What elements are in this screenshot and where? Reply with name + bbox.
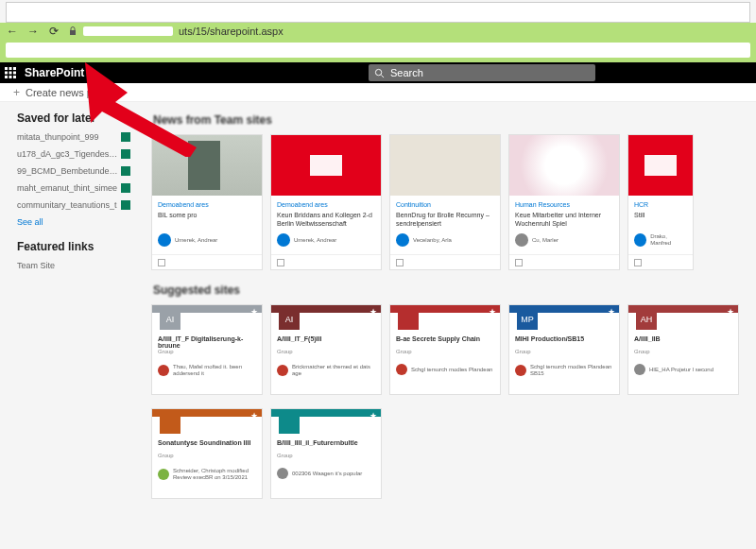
site-title: Sonatuntyse Soundination IIII <box>158 439 256 453</box>
activity-avatar <box>158 365 169 376</box>
svg-rect-8 <box>9 76 12 78</box>
news-thumbnail <box>390 135 500 196</box>
browser-tab-strip <box>6 2 750 23</box>
follow-star-icon[interactable]: ★ <box>369 411 377 420</box>
file-icon <box>121 183 130 193</box>
avatar <box>158 233 171 247</box>
saved-item-label: mitata_thunpoint_999 <box>17 132 99 142</box>
svg-rect-1 <box>5 67 8 70</box>
see-all-link[interactable]: See all <box>17 217 130 227</box>
svg-rect-2 <box>9 67 12 70</box>
saved-item[interactable]: communitary_teanutions_t <box>17 200 130 210</box>
search-placeholder: Search <box>390 67 423 78</box>
search-icon <box>374 68 385 78</box>
svg-rect-7 <box>5 76 8 78</box>
plus-icon: + <box>13 86 20 99</box>
saved-item-label: maht_emanut_thint_simee <box>17 183 117 193</box>
waffle-icon <box>5 67 16 78</box>
bookmark-icon[interactable] <box>158 259 165 266</box>
site-card[interactable]: ★Sonatuntyse Soundination IIIIGroupSchne… <box>151 408 263 499</box>
bookmark-icon[interactable] <box>277 259 284 266</box>
bookmark-icon[interactable] <box>396 259 404 266</box>
url-blurred-segment <box>83 26 173 36</box>
saved-for-later-heading: Saved for later <box>17 112 130 125</box>
site-title: B/IIII_IIII_il_Futurernbultle <box>277 439 375 453</box>
app-launcher-button[interactable] <box>0 67 21 78</box>
news-title: Keue Mitarbeiter und Interner Wochenruhl… <box>515 211 613 228</box>
site-subtitle: Group <box>396 349 494 354</box>
site-card[interactable]: ★AHA/IIII_IIBGroupHIE_HA Projetur l seco… <box>627 304 739 395</box>
follow-star-icon[interactable]: ★ <box>369 307 377 317</box>
news-card[interactable]: Demoabend aresBIL some proUmerek, Andrea… <box>151 134 263 270</box>
news-thumbnail <box>628 135 693 196</box>
address-bar[interactable]: uts/15/sharepoint.aspx <box>68 26 284 37</box>
site-card[interactable]: ★B/IIII_IIII_il_FuturernbultleGroup00230… <box>270 408 382 499</box>
create-news-button[interactable]: Create news post <box>26 87 107 98</box>
follow-star-icon[interactable]: ★ <box>250 307 258 317</box>
svg-rect-6 <box>13 72 16 75</box>
news-title: Keun Briddans and Kollegen 2-d Berlin We… <box>277 211 375 228</box>
news-site-name: Demoabend ares <box>277 201 375 208</box>
news-title: BIL some pro <box>158 211 256 228</box>
site-card[interactable]: ★MPMIHI Production/SB15GroupSchgl tersur… <box>508 304 620 395</box>
file-icon <box>121 200 130 210</box>
file-icon <box>121 132 130 142</box>
site-tile-icon <box>398 309 419 330</box>
svg-rect-3 <box>13 67 16 70</box>
saved-item-label: communitary_teanutions_t <box>17 200 117 210</box>
svg-line-11 <box>381 75 384 77</box>
news-author: Umerek, Andrear <box>294 237 336 244</box>
follow-star-icon[interactable]: ★ <box>250 411 258 420</box>
news-card[interactable]: Demoabend aresKeun Briddans and Kollegen… <box>270 134 382 270</box>
news-author: Drako, Manfred <box>650 233 687 247</box>
site-title: B-ae Secrete Supply Chain <box>396 335 494 349</box>
news-card[interactable]: ContinuitionBennDrug for Brolle Recumny … <box>389 134 501 270</box>
news-site-name: Continuition <box>396 201 494 208</box>
saved-item[interactable]: 99_BCMD_Bembetunde_fg <box>17 166 130 176</box>
activity-avatar <box>158 469 169 480</box>
news-site-name: Human Resources <box>515 201 613 208</box>
activity-avatar <box>515 365 526 376</box>
reload-button[interactable]: ⟳ <box>47 25 60 38</box>
follow-star-icon[interactable]: ★ <box>608 307 615 317</box>
site-subtitle: Group <box>158 453 256 458</box>
site-activity: Schgl tersurch modies Plandean SB15 <box>530 364 613 377</box>
svg-rect-5 <box>9 72 12 75</box>
svg-point-10 <box>375 69 381 75</box>
site-card[interactable]: ★B-ae Secrete Supply ChainGroupSchgl ter… <box>389 304 501 395</box>
featured-links-heading: Featured links <box>17 240 130 253</box>
avatar <box>515 233 528 247</box>
avatar <box>634 233 646 247</box>
activity-avatar <box>277 365 288 376</box>
forward-button[interactable]: → <box>26 25 40 38</box>
follow-star-icon[interactable]: ★ <box>489 307 496 317</box>
saved-item[interactable]: u178_dA_gc3_Tigendes_Inf <box>17 149 130 159</box>
follow-star-icon[interactable]: ★ <box>727 307 734 317</box>
site-tile-icon <box>160 413 180 434</box>
browser-toolbar: ← → ⟳ uts/15/sharepoint.aspx <box>0 23 756 40</box>
site-activity: Schgl tersurch modies Plandean <box>411 367 494 373</box>
site-activity: 002306 Waagen it's popular <box>292 471 375 477</box>
bookmark-icon[interactable] <box>634 259 642 266</box>
site-tile-icon <box>279 413 300 434</box>
news-card[interactable]: HCRStillDrako, Manfred <box>627 134 694 270</box>
bookmark-icon[interactable] <box>515 259 523 266</box>
saved-item[interactable]: maht_emanut_thint_simee <box>17 183 130 193</box>
site-title: A/IIII_IT_F(5)III <box>277 335 375 349</box>
search-box[interactable]: Search <box>369 64 595 81</box>
news-author: Cu, Marler <box>532 237 558 244</box>
featured-link[interactable]: Team Site <box>17 261 130 270</box>
news-site-name: Demoabend ares <box>158 201 256 208</box>
site-card[interactable]: ★AIA/IIII_IT_F(5)IIIGroupBrickmatcher et… <box>270 304 382 395</box>
site-activity: Brickmatcher et themed et dats age <box>292 364 375 377</box>
back-button[interactable]: ← <box>6 25 19 38</box>
news-card[interactable]: Human ResourcesKeue Mitarbeiter und Inte… <box>508 134 620 270</box>
svg-rect-0 <box>70 30 76 35</box>
main-content: News from Team sites Demoabend aresBIL s… <box>142 102 756 549</box>
news-thumbnail <box>152 135 262 196</box>
sharepoint-suite-header: SharePoint Search <box>0 62 756 83</box>
left-sidebar: Saved for later mitata_thunpoint_999u178… <box>0 102 142 549</box>
site-card[interactable]: ★AIA/IIII_IT_F Digitaliserung-k-bruuneGr… <box>151 304 263 395</box>
saved-item[interactable]: mitata_thunpoint_999 <box>17 132 130 142</box>
site-subtitle: Group <box>515 349 613 354</box>
